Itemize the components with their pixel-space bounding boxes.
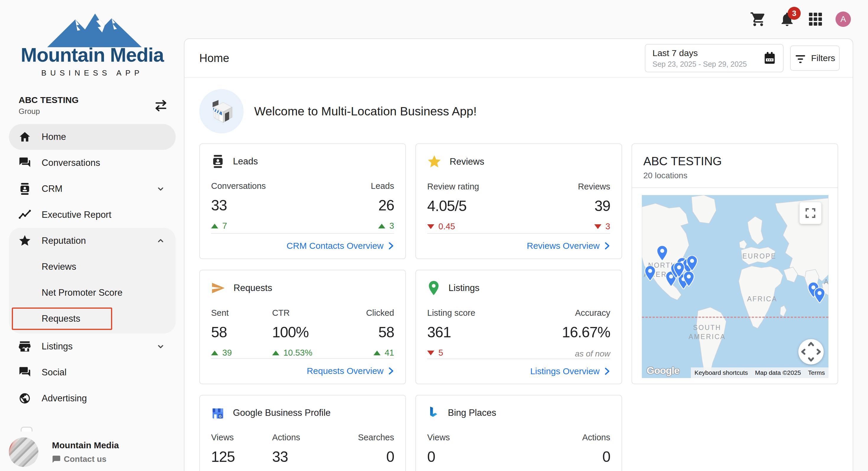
account-switcher: ABC TESTING Group [19,95,169,116]
card-title: Reviews [450,156,484,167]
map-fullscreen-button[interactable] [800,202,822,224]
up-triangle-icon [211,224,218,228]
contact-card-icon [19,183,31,195]
date-preset-label: Last 7 days [652,48,763,58]
globe-icon [19,392,31,405]
cart-button[interactable] [750,11,767,27]
store-icon [19,340,31,353]
chevron-down-icon [156,184,165,193]
continent-label: EUROPE [743,252,776,261]
chat-icon [19,157,31,169]
footer-avatar [9,437,38,467]
card-title: Requests [234,283,272,293]
filters-label: Filters [811,53,835,63]
map-pin-icon[interactable] [656,246,668,261]
equator-dashed-line [642,317,829,318]
sidebar-item-social[interactable]: Social [9,359,176,385]
google-business-profile-card: G Google Business Profile Views 125 83 A… [199,395,406,471]
down-triangle-icon [427,224,434,229]
send-icon [211,281,225,295]
welcome-banner: Welcome to Multi-Location Business App! [199,89,838,133]
bing-places-card: Bing Places Views 0 no change Actions 0 … [415,395,622,471]
google-business-profile-icon: G [211,406,225,420]
switch-account-button[interactable] [153,97,169,114]
shopping-cart-icon [750,11,767,27]
map-pin-icon[interactable] [673,262,685,277]
keyboard-shortcuts-link[interactable]: Keyboard shortcuts [691,368,751,378]
crm-contacts-overview-link[interactable]: CRM Contacts Overview [287,241,394,251]
welcome-heading: Welcome to Multi-Location Business App! [254,104,477,118]
cards-grid: Leads Conversations 33 7 Leads 26 3 [199,144,838,471]
storefront-illustration-icon [199,89,244,133]
sidebar-item-executive-report[interactable]: Executive Report [9,202,176,228]
footer-company-name: Mountain Media [52,440,119,450]
map-data-label: Map data ©2025 [751,368,805,378]
requests-card: Requests Sent 58 39 CTR 100% 10.53% Clic… [199,270,406,384]
card-title: Bing Places [448,408,496,418]
reviews-overview-link[interactable]: Reviews Overview [527,241,610,251]
brand-name: Mountain Media [0,44,185,66]
sidebar-item-reputation[interactable]: Reputation [9,228,176,254]
chevron-right-icon [604,367,610,375]
reputation-group: Reputation Reviews Net Promoter Score Re… [9,228,176,334]
continent-label: A [824,277,829,287]
swap-arrows-icon [154,99,168,113]
map-pan-control[interactable] [798,339,824,365]
sidebar-fade [0,413,185,434]
requests-overview-link[interactable]: Requests Overview [307,366,394,376]
chevron-right-icon [388,242,394,250]
sidebar-nav: Home Conversations CRM [0,124,185,411]
chat-bubble-icon [52,455,60,463]
google-logo: Google [647,365,679,376]
apps-grid-icon [808,11,823,27]
contact-card-icon [211,155,225,168]
sidebar-item-advertising[interactable]: Advertising [9,385,176,411]
star-icon [427,155,441,169]
mountain-logo-icon [44,11,142,48]
home-icon [19,131,31,143]
user-avatar[interactable]: A [836,11,851,27]
page-title: Home [199,52,645,65]
sidebar-item-requests[interactable]: Requests [9,306,176,332]
chevron-down-icon [156,342,165,351]
location-pin-icon [427,281,440,295]
location-group-title: ABC TESTING [643,155,826,168]
sidebar-item-reviews[interactable]: Reviews [9,254,176,280]
map-pin-icon[interactable] [644,265,656,281]
map-attribution: Keyboard shortcuts Map data ©2025 Terms [691,368,829,378]
chevron-up-icon [156,237,165,245]
topbar: 3 A [750,9,862,30]
card-title: Listings [448,283,479,293]
card-title: Leads [233,156,258,167]
sidebar: Mountain Media BUSINESS APP ABC TESTING … [0,0,185,471]
sidebar-footer: Mountain Media Contact us [9,437,176,467]
locations-map[interactable]: NORTH AMERICAEUROPEAFRICASOUTH AMERICAA … [642,195,829,378]
map-pin-icon[interactable] [814,288,826,303]
terms-link[interactable]: Terms [805,368,829,378]
sidebar-item-crm[interactable]: CRM [9,176,176,202]
date-range-picker[interactable]: Last 7 days Sep 23, 2025 - Sep 29, 2025 [645,44,783,72]
date-range-value: Sep 23, 2025 - Sep 29, 2025 [652,60,763,68]
reviews-card: Reviews Review rating 4.05/5 0.45 Review… [415,144,622,259]
brand-logo: Mountain Media [0,9,185,68]
sidebar-item-listings[interactable]: Listings [9,334,176,359]
sidebar-item-conversations[interactable]: Conversations [9,150,176,176]
notifications-button[interactable]: 3 [779,11,795,27]
fullscreen-icon [804,206,817,220]
trending-icon [19,209,31,221]
sidebar-item-home[interactable]: Home [9,124,176,150]
leads-card: Leads Conversations 33 7 Leads 26 3 [199,144,406,259]
contact-us-link[interactable]: Contact us [52,454,119,464]
svg-text:G: G [219,414,221,418]
apps-button[interactable] [808,11,823,27]
account-type: Group [19,107,79,116]
map-pin-icon[interactable] [686,256,698,271]
filters-button[interactable]: Filters [790,45,840,71]
account-name: ABC TESTING [19,95,79,105]
location-count: 20 locations [643,171,826,180]
main-panel: Home Last 7 days Sep 23, 2025 - Sep 29, … [184,38,853,471]
listings-overview-link[interactable]: Listings Overview [530,366,610,376]
sidebar-item-net-promoter-score[interactable]: Net Promoter Score [9,280,176,306]
up-triangle-icon [211,351,218,355]
down-triangle-icon [594,224,601,229]
